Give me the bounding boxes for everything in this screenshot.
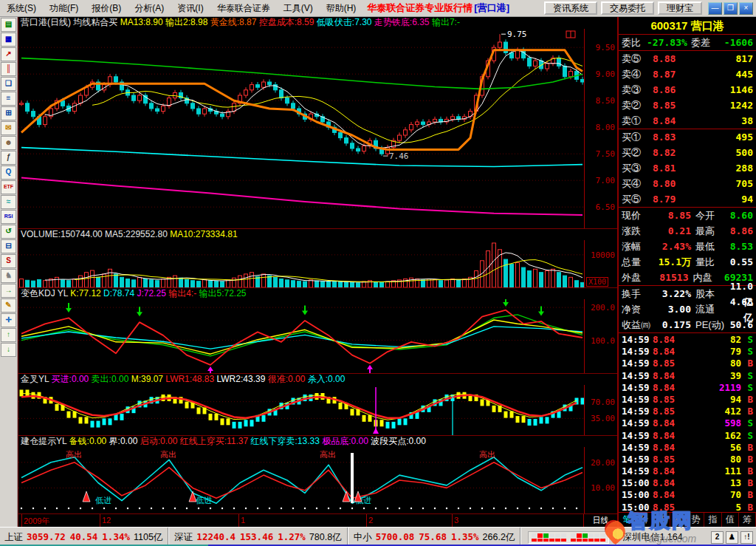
index-item-2[interactable]: 中小5700.0875.681.35%266.2亿: [352, 531, 517, 544]
tape-row: 14:598.8580B: [619, 454, 756, 465]
tab-筹[interactable]: 筹: [739, 513, 756, 527]
jiancang-chart[interactable]: 高出高出高出高出低进低进低进: [18, 447, 584, 513]
axis-label: 10.00: [591, 483, 615, 493]
indicator-value: MA13:8.90: [120, 17, 165, 27]
timeline-tick: [100, 514, 100, 527]
candlestick-icon[interactable]: ║: [1, 62, 16, 76]
indicator-value: 红线下穿卖:13.33: [250, 436, 322, 446]
index-item-0[interactable]: 上证3059.7240.541.34%1105亿: [3, 531, 164, 544]
app-title: 华泰联合证券专业版行情: [367, 1, 472, 15]
tab-指[interactable]: 指: [704, 513, 721, 527]
jincha-header: 金叉YL 买进:0.00 卖出:0.00 M:39.07 LWR1:48.83 …: [18, 373, 617, 385]
move-icon[interactable]: ✛: [1, 313, 16, 327]
connection-status: 深圳电信1.164: [622, 531, 682, 544]
order-level-row[interactable]: 卖②8.851242: [619, 98, 756, 113]
mail-icon[interactable]: ✉: [1, 121, 16, 135]
upload-alert-icon[interactable]: ↑!: [740, 531, 753, 544]
search-icon[interactable]: Q: [1, 165, 16, 180]
volume-pane: X100 10000: [18, 240, 617, 287]
volume-chart[interactable]: [18, 240, 584, 287]
order-level-row[interactable]: 买④8.80705: [619, 176, 756, 191]
arrow-down-icon[interactable]: ↓: [1, 343, 16, 357]
export-icon[interactable]: →: [1, 284, 16, 298]
menu-item-5[interactable]: 华泰联合证券: [210, 3, 277, 13]
order-level-row[interactable]: 买⑤8.7994: [619, 191, 756, 207]
tab-笔[interactable]: 笔: [619, 513, 636, 527]
menu-item-2[interactable]: 报价(B): [85, 3, 128, 13]
users-icon[interactable]: ☻: [1, 136, 16, 150]
tape-row: 14:598.84598S: [619, 417, 756, 429]
formula-icon[interactable]: ƒ: [1, 151, 16, 165]
money-icon[interactable]: S: [1, 254, 16, 268]
kdj-chart[interactable]: [18, 299, 584, 373]
quote-grid-icon[interactable]: ▦: [1, 33, 16, 47]
bid-levels: 买①8.83495买②8.82500买③8.81288买④8.80705买⑤8.…: [619, 129, 756, 207]
volume-unit-label: X100: [586, 277, 608, 287]
divider: [347, 528, 348, 546]
svg-text:高出: 高出: [479, 450, 495, 459]
axis-label: 7.50: [596, 149, 616, 159]
minimize-button[interactable]: —: [708, 2, 722, 15]
indicator-value: LWR1:48.83: [165, 374, 216, 384]
quote-info-row: 净资3.00流通4.68亿: [619, 301, 756, 317]
menu-item-0[interactable]: 系统(S): [0, 3, 43, 13]
list-icon[interactable]: ≡: [1, 92, 16, 106]
titlebar-button-0[interactable]: 资讯系统: [544, 1, 597, 15]
titlebar-button-1[interactable]: 交易委托: [601, 1, 654, 15]
order-level-row[interactable]: 卖①8.8438: [619, 113, 756, 129]
message-count-icon[interactable]: 2: [711, 531, 724, 544]
bird-icon[interactable]: ♞: [1, 269, 16, 283]
index-item-1[interactable]: 深证12240.4153.461.27%780.8亿: [173, 531, 343, 544]
multi-line-icon[interactable]: ≈: [1, 195, 16, 209]
user-status-icon[interactable]: ♟: [726, 531, 738, 544]
tree-icon[interactable]: ⊞: [1, 106, 16, 120]
jiancang-pane: 高出高出高出高出低进低进低进 20.0010.00: [18, 447, 617, 513]
tape-list[interactable]: 14:598.8482S14:598.8479S14:598.8580B14:5…: [619, 332, 756, 512]
menu-item-3[interactable]: 分析(A): [128, 3, 171, 13]
refresh-icon[interactable]: ↺: [1, 225, 16, 239]
axis-label: 7.00: [596, 176, 616, 185]
tab-价[interactable]: 价: [636, 513, 653, 527]
close-button[interactable]: ×: [739, 2, 753, 15]
indicator-value: 备钱:0.00: [69, 436, 109, 446]
order-level-row[interactable]: 卖③8.861146: [619, 82, 756, 98]
layered-windows-icon[interactable]: ❏: [1, 77, 16, 91]
stock-title: 600317 营口港: [619, 17, 756, 35]
order-level-row[interactable]: 买①8.83495: [619, 129, 756, 145]
tab-盘[interactable]: 盘: [670, 513, 687, 527]
tab-细[interactable]: 细: [653, 513, 670, 527]
menu-item-6[interactable]: 工具(V): [277, 3, 320, 13]
arrow-up-icon[interactable]: ↑: [1, 328, 16, 342]
menu-item-7[interactable]: 帮助(H): [320, 3, 363, 13]
timeline-tick: [366, 514, 367, 527]
divider: [616, 528, 617, 546]
indicator-value: VOLUME:150744.00: [21, 229, 105, 239]
axis-label: 8.00: [596, 123, 616, 132]
menu-item-1[interactable]: 功能(F): [43, 3, 85, 13]
etf-icon[interactable]: ETF: [1, 180, 16, 194]
candlestick-chart[interactable]: 9.757.46: [18, 29, 584, 228]
period-tab[interactable]: 日线: [583, 514, 617, 527]
indicator-value: 极品底:0.00: [322, 436, 371, 446]
axis-label: 6.50: [596, 202, 616, 212]
pencil-icon[interactable]: ✎: [1, 298, 16, 313]
jincha-chart[interactable]: [18, 385, 584, 435]
rsi-icon[interactable]: RSI: [1, 210, 16, 224]
titlebar-button-2[interactable]: 理财宝: [658, 1, 702, 15]
tab-势[interactable]: 势: [687, 513, 704, 527]
order-level-row[interactable]: 买③8.81288: [619, 160, 756, 176]
tape-row: 15:008.8413B: [619, 477, 756, 489]
volume-axis: X100 10000: [584, 240, 617, 287]
svg-text:7.46: 7.46: [389, 151, 409, 161]
menu-item-4[interactable]: 资讯(I): [171, 3, 210, 13]
stock-name: 营口港: [691, 19, 724, 32]
grid-small-icon[interactable]: ⊟: [1, 239, 16, 253]
restore-button[interactable]: ❐: [724, 2, 738, 15]
order-level-row[interactable]: 买②8.82500: [619, 145, 756, 160]
order-level-row[interactable]: 卖⑤8.88817: [619, 51, 756, 66]
tab-值[interactable]: 值: [722, 513, 739, 527]
trend-line-icon[interactable]: ↗: [1, 47, 16, 61]
report-table-icon[interactable]: ▤: [1, 18, 16, 32]
order-level-row[interactable]: 卖④8.87445: [619, 66, 756, 82]
timeline-tick: [21, 514, 22, 527]
